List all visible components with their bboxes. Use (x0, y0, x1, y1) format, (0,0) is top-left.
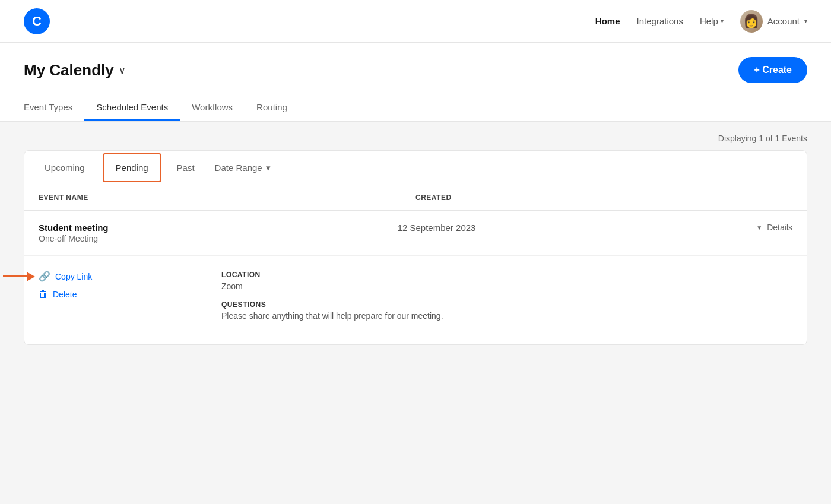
copy-link-button[interactable]: 🔗 Copy Link (39, 271, 188, 282)
questions-block: QUESTIONS Please share anything that wil… (221, 300, 788, 321)
details-chevron-icon: ▼ (756, 224, 762, 231)
filter-pending[interactable]: Pending (103, 153, 161, 182)
events-card: Upcoming Pending Past Date Range ▾ EVENT… (24, 150, 807, 345)
filter-date-range[interactable]: Date Range ▾ (210, 152, 275, 184)
logo-icon[interactable]: C (24, 8, 50, 34)
location-value: Zoom (221, 281, 788, 291)
avatar: 👩 (740, 10, 763, 33)
filter-upcoming[interactable]: Upcoming (39, 151, 98, 185)
filter-past[interactable]: Past (164, 151, 208, 185)
sub-header-top: My Calendly ∨ + Create (24, 57, 807, 83)
account-chevron-icon: ▾ (804, 18, 807, 24)
col-event-name: EVENT NAME (39, 194, 415, 202)
event-created-col: 12 September 2023 (398, 223, 757, 233)
event-type: One-off Meeting (39, 234, 398, 243)
tab-event-types[interactable]: Event Types (24, 95, 84, 121)
page-title-wrap: My Calendly ∨ (24, 61, 126, 80)
delete-icon: 🗑 (39, 289, 48, 300)
questions-value: Please share anything that will help pre… (221, 311, 788, 321)
expanded-left: 🔗 Copy Link 🗑 Delete (24, 256, 202, 344)
header-left: C (24, 8, 50, 34)
nav-home[interactable]: Home (595, 16, 620, 26)
red-arrow-indicator (3, 272, 35, 281)
nav-help[interactable]: Help ▾ (700, 16, 724, 26)
event-name: Student meeting (39, 223, 398, 233)
expanded-section: 🔗 Copy Link 🗑 Delete LOCATION Zoom QUEST… (24, 256, 807, 344)
main-content: Displaying 1 of 1 Events Upcoming Pendin… (0, 122, 831, 504)
nav-integrations[interactable]: Integrations (637, 16, 683, 26)
page-title: My Calendly (24, 61, 114, 80)
questions-label: QUESTIONS (221, 300, 788, 309)
copy-link-row: 🔗 Copy Link (39, 271, 188, 282)
date-range-chevron-icon: ▾ (266, 163, 271, 173)
location-block: LOCATION Zoom (221, 271, 788, 291)
sub-header: My Calendly ∨ + Create Event Types Sched… (0, 43, 831, 122)
location-label: LOCATION (221, 271, 788, 279)
arrow-head (27, 272, 35, 281)
details-button[interactable]: ▼ Details (756, 223, 792, 232)
account-label: Account (767, 16, 800, 26)
account-menu[interactable]: 👩 Account ▾ (740, 10, 807, 33)
tab-workflows[interactable]: Workflows (180, 95, 245, 121)
col-created: CREATED (415, 194, 792, 202)
expanded-right: LOCATION Zoom QUESTIONS Please share any… (202, 256, 807, 344)
arrow-line (3, 275, 27, 277)
copy-link-icon: 🔗 (39, 271, 50, 282)
main-tabs: Event Types Scheduled Events Workflows R… (24, 95, 807, 121)
main-nav: Home Integrations Help ▾ 👩 Account ▾ (595, 10, 807, 33)
create-button[interactable]: + Create (738, 57, 807, 83)
display-count: Displaying 1 of 1 Events (24, 122, 807, 150)
table-header: EVENT NAME CREATED (24, 185, 807, 211)
tab-routing[interactable]: Routing (245, 95, 299, 121)
header: C Home Integrations Help ▾ 👩 Account ▾ (0, 0, 831, 43)
page-title-chevron-icon[interactable]: ∨ (119, 65, 126, 76)
delete-button[interactable]: 🗑 Delete (39, 289, 188, 300)
help-chevron-icon: ▾ (721, 18, 724, 24)
filter-bar: Upcoming Pending Past Date Range ▾ (24, 151, 807, 185)
created-date: 12 September 2023 (398, 223, 476, 233)
event-name-col: Student meeting One-off Meeting (39, 223, 398, 243)
tab-scheduled-events[interactable]: Scheduled Events (84, 95, 180, 121)
event-row: Student meeting One-off Meeting 12 Septe… (24, 211, 807, 256)
